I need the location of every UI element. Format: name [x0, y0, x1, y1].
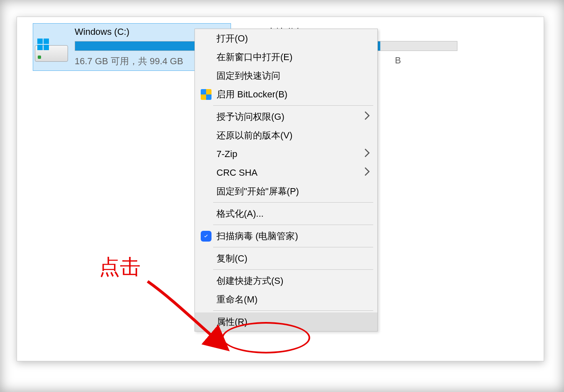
menu-separator [213, 225, 373, 225]
menu-item[interactable]: 启用 BitLocker(B) [195, 85, 377, 104]
menu-item[interactable]: CRC SHA [195, 163, 377, 182]
menu-item[interactable]: 打开(O) [195, 29, 377, 48]
menu-item[interactable]: 固定到快速访问 [195, 66, 377, 85]
menu-item-label: 7-Zip [216, 149, 237, 160]
drive-c-label: Windows (C:) [75, 27, 129, 37]
drive-context-menu[interactable]: 打开(O)在新窗口中打开(E)固定到快速访问启用 BitLocker(B)授予访… [194, 29, 378, 332]
menu-item[interactable]: 格式化(A)... [195, 204, 377, 223]
menu-item-label: 固定到快速访问 [216, 70, 280, 82]
menu-item[interactable]: 重命名(M) [195, 290, 377, 309]
menu-item-label: 打开(O) [216, 32, 248, 45]
menu-item[interactable]: 复制(C) [195, 249, 377, 268]
menu-item-label: 重命名(M) [216, 293, 258, 306]
menu-item-label: 还原以前的版本(V) [216, 129, 292, 142]
explorer-window: 本地磁盘 (D:) B Windows (C:) 16.7 GB 可用，共 99… [17, 17, 544, 361]
drive-d-stat: B [395, 55, 401, 66]
menu-item-label: 扫描病毒 (电脑管家) [216, 230, 298, 242]
annotation-label: 点击 [99, 253, 141, 281]
menu-item-label: 固定到"开始"屏幕(P) [216, 185, 299, 198]
windows-logo-icon [37, 39, 50, 51]
menu-separator [213, 105, 373, 106]
drive-c-stat: 16.7 GB 可用，共 99.4 GB [75, 55, 183, 68]
menu-item[interactable]: 授予访问权限(G) [195, 107, 377, 126]
chevron-right-icon [364, 148, 370, 160]
chevron-right-icon [364, 111, 370, 123]
menu-item[interactable]: 在新窗口中打开(E) [195, 48, 377, 66]
menu-item[interactable]: 扫描病毒 (电脑管家) [195, 227, 377, 245]
menu-item-label: CRC SHA [216, 167, 258, 178]
menu-separator [213, 247, 373, 247]
menu-item-label: 格式化(A)... [216, 208, 264, 220]
drive-icon [35, 39, 68, 62]
menu-item-label: 授予访问权限(G) [216, 111, 284, 123]
menu-item[interactable]: 创建快捷方式(S) [195, 271, 377, 290]
chevron-right-icon [364, 167, 370, 179]
menu-item-label: 在新窗口中打开(E) [216, 51, 292, 63]
menu-item-label: 创建快捷方式(S) [216, 275, 283, 287]
pc-manager-icon [201, 231, 212, 242]
menu-item-label: 属性(R) [216, 316, 248, 328]
menu-item[interactable]: 固定到"开始"屏幕(P) [195, 182, 377, 201]
menu-item[interactable]: 7-Zip [195, 145, 377, 163]
menu-item-label: 启用 BitLocker(B) [216, 88, 287, 101]
menu-separator [213, 269, 373, 270]
menu-item-label: 复制(C) [216, 252, 248, 265]
menu-item[interactable]: 还原以前的版本(V) [195, 126, 377, 145]
uac-shield-icon [201, 89, 212, 100]
menu-item[interactable]: 属性(R) [195, 312, 377, 331]
menu-separator [213, 202, 373, 203]
menu-separator [213, 310, 373, 311]
